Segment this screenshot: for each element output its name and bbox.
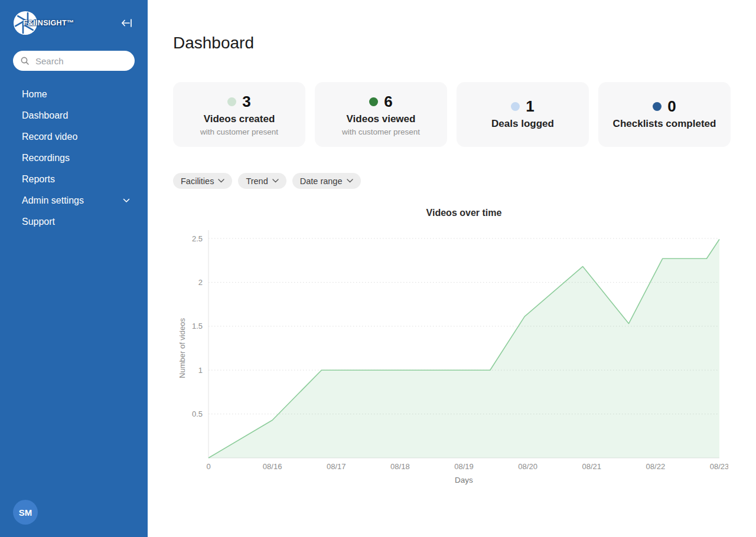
sidebar-item-recordings[interactable]: Recordings [13,148,135,169]
filters-row: Facilities Trend Date range [173,173,756,189]
main-content: Dashboard 3 Videos created with customer… [148,0,756,537]
svg-text:08/18: 08/18 [390,462,410,471]
collapse-arrow-icon [120,17,133,30]
svg-text:2.5: 2.5 [192,234,203,243]
search-icon [20,56,30,66]
stat-card-videos-viewed: 6 Videos viewed with customer present [315,82,447,147]
sidebar-item-label: Home [22,89,47,100]
videos-over-time-chart: 0.511.522.5008/1608/1708/1808/1908/2008/… [173,221,728,492]
svg-text:08/20: 08/20 [518,462,537,471]
chevron-down-icon [347,179,353,183]
svg-text:0: 0 [206,462,210,471]
date-range-filter-button[interactable]: Date range [292,173,361,189]
chevron-down-icon [218,179,224,183]
sidebar-nav: Home Dashboard Record video Recordings R… [13,84,135,233]
stat-card-videos-created: 3 Videos created with customer present [173,82,305,147]
app-logo: F&IINSIGHT™ [13,9,107,37]
svg-text:Number of videos: Number of videos [178,318,187,378]
filter-label: Trend [246,176,268,186]
stat-card-checklists-completed: 0 Checklists completed [598,82,731,147]
svg-text:1.5: 1.5 [192,322,203,330]
filter-label: Date range [300,176,343,186]
stat-label: Videos created [204,113,275,125]
stat-label: Videos viewed [347,113,416,125]
sidebar-item-record-video[interactable]: Record video [13,126,135,148]
sidebar-item-reports[interactable]: Reports [13,169,135,190]
svg-text:1: 1 [198,366,203,375]
search-input[interactable] [34,55,128,67]
svg-text:08/19: 08/19 [454,462,474,471]
chart-title: Videos over time [173,208,728,220]
status-dot [511,102,520,111]
svg-text:08/22: 08/22 [646,462,666,471]
stat-value: 1 [526,97,534,116]
chevron-down-icon [123,198,130,203]
sidebar-item-label: Dashboard [22,110,68,121]
sidebar-item-home[interactable]: Home [13,84,135,105]
page-title: Dashboard [173,33,756,53]
facilities-filter-button[interactable]: Facilities [173,173,232,189]
stats-row: 3 Videos created with customer present 6… [173,82,756,147]
sidebar-item-label: Record video [22,132,77,142]
sidebar-collapse-button[interactable] [119,15,135,31]
stat-card-deals-logged: 1 Deals logged [457,82,589,147]
sidebar-item-admin-settings[interactable]: Admin settings [13,190,135,211]
sidebar-item-label: Support [22,217,55,227]
stat-value: 6 [384,93,392,111]
filter-label: Facilities [181,176,214,186]
stat-value: 0 [667,97,676,116]
sidebar-item-dashboard[interactable]: Dashboard [13,105,135,126]
stat-sublabel: with customer present [200,127,278,136]
user-avatar[interactable]: SM [13,500,38,525]
svg-text:0.5: 0.5 [192,410,203,418]
trend-filter-button[interactable]: Trend [238,173,286,189]
search-box [13,51,135,71]
svg-text:08/16: 08/16 [263,462,282,471]
status-dot [227,97,236,106]
status-dot [369,97,378,106]
sidebar-item-label: Reports [22,174,55,185]
svg-text:08/23: 08/23 [710,462,728,471]
chevron-down-icon [272,179,279,183]
stat-label: Deals logged [491,118,554,130]
status-dot [653,102,662,111]
sidebar-item-support[interactable]: Support [13,211,135,233]
stat-label: Checklists completed [613,118,716,130]
sidebar-item-label: Recordings [22,153,70,163]
svg-text:08/21: 08/21 [582,462,601,471]
svg-text:Days: Days [455,476,473,484]
sidebar: F&IINSIGHT™ Home Dashboard Record video … [0,0,148,537]
stat-value: 3 [242,93,250,111]
app-logo-text: F&IINSIGHT™ [23,19,74,27]
svg-text:2: 2 [198,278,203,287]
sidebar-item-label: Admin settings [22,195,84,206]
videos-over-time-chart-block: Videos over time 0.511.522.5008/1608/170… [173,208,728,492]
sidebar-header: F&IINSIGHT™ [13,9,135,37]
svg-text:08/17: 08/17 [327,462,346,471]
stat-sublabel: with customer present [342,127,420,136]
